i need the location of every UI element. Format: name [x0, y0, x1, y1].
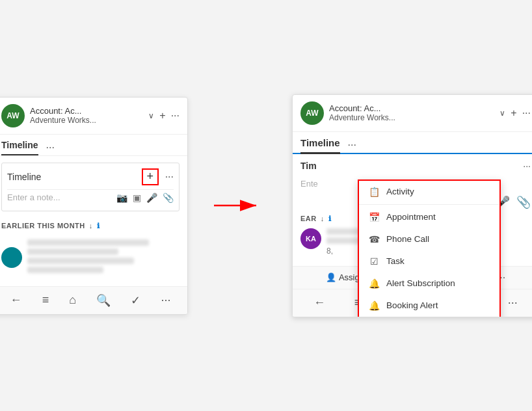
- timeline-box-title: Timeline: [7, 172, 41, 182]
- earlier-info-icon[interactable]: ℹ: [328, 215, 332, 223]
- left-bottom-nav: ← ≡ ⌂ 🔍 ✓ ···: [0, 286, 187, 314]
- ka-avatar: KA: [300, 228, 321, 249]
- tab-row: Timeline ···: [0, 135, 187, 156]
- blurred-avatar: [1, 247, 22, 268]
- right-account-subtitle: Adventure Works...: [329, 113, 494, 122]
- menu-item-activity[interactable]: 📋 Activity: [359, 181, 499, 203]
- right-nav-back-icon[interactable]: ←: [313, 296, 325, 310]
- right-more-dots[interactable]: ···: [523, 161, 531, 171]
- nav-tasks-icon[interactable]: ✓: [131, 293, 140, 308]
- arrow-container: [214, 196, 266, 215]
- booking-alert-icon: 🔔: [368, 300, 380, 312]
- nav-home-icon[interactable]: ⌂: [69, 293, 76, 307]
- right-panel: AW Account: Ac... Adventure Works... ∨ +…: [292, 94, 532, 317]
- blurred-text-2: [27, 248, 118, 255]
- timeline-tab[interactable]: Timeline: [1, 140, 38, 155]
- task-label: Task: [386, 256, 405, 266]
- blurred-content: [0, 234, 187, 286]
- blurred-text-1: [27, 239, 149, 246]
- left-header: AW Account: Ac... Adventure Works... ∨ +…: [0, 98, 187, 135]
- right-avatar: AW: [300, 101, 324, 125]
- phone-call-label: Phone Call: [386, 234, 429, 244]
- menu-item-appointment[interactable]: 📅 Appointment: [359, 206, 499, 228]
- section-label: EARLIER THIS MONTH ↓ ℹ: [0, 218, 187, 234]
- alert-subscription-icon: 🔔: [368, 278, 380, 289]
- appointment-label: Appointment: [386, 212, 436, 222]
- appointment-icon: 📅: [368, 211, 380, 223]
- nav-back-icon[interactable]: ←: [10, 293, 22, 307]
- right-header-actions: ∨ + ···: [499, 107, 531, 119]
- menu-item-booking-alert[interactable]: 🔔 Booking Alert: [359, 295, 499, 317]
- note-icons: 📷 ▣ 🎤 📎: [116, 192, 174, 203]
- account-title: Account: Ac...: [30, 106, 143, 116]
- info-icon[interactable]: ℹ: [97, 222, 100, 230]
- video-icon[interactable]: ▣: [133, 192, 141, 203]
- blurred-text-3: [27, 258, 134, 264]
- camera-icon[interactable]: 📷: [116, 192, 127, 203]
- add-timeline-button[interactable]: +: [142, 168, 159, 185]
- sort-icon[interactable]: ↓: [89, 222, 93, 230]
- account-info: Account: Ac... Adventure Works...: [30, 106, 143, 125]
- header-actions: ∨ + ···: [148, 110, 180, 122]
- blur-row-1: [1, 239, 180, 276]
- tim-row: Tim ···: [300, 161, 531, 171]
- right-add-icon[interactable]: +: [511, 107, 516, 119]
- activity-label: Activity: [386, 187, 414, 196]
- main-container: AW Account: Ac... Adventure Works... ∨ +…: [0, 81, 532, 330]
- booking-alert-label: Booking Alert: [386, 300, 438, 310]
- avatar: AW: [1, 104, 25, 127]
- red-arrow-icon: [214, 196, 266, 215]
- add-icon[interactable]: +: [159, 110, 165, 122]
- right-tab-ellipsis[interactable]: ···: [348, 139, 356, 151]
- menu-item-invite-redemption[interactable]: 🔔 Invite Redemption: [359, 317, 499, 317]
- right-timeline-tab[interactable]: Timeline: [300, 137, 340, 154]
- task-icon: ☑: [368, 256, 380, 267]
- left-panel: AW Account: Ac... Adventure Works... ∨ +…: [0, 97, 188, 315]
- nav-menu-icon[interactable]: ≡: [42, 293, 49, 307]
- phone-icon: ☎: [368, 233, 380, 245]
- note-input-row: Enter a note... 📷 ▣ 🎤 📎: [7, 189, 174, 206]
- activity-icon: 📋: [368, 186, 380, 198]
- right-nav-more-icon[interactable]: ···: [508, 296, 518, 310]
- account-subtitle: Adventure Works...: [30, 116, 143, 125]
- earlier-label: EAR: [300, 215, 317, 222]
- right-more-icon[interactable]: ···: [522, 107, 531, 119]
- timeline-box-header: Timeline + ···: [7, 168, 174, 185]
- tab-ellipsis[interactable]: ···: [46, 142, 55, 153]
- chevron-down-icon[interactable]: ∨: [148, 111, 154, 120]
- right-account-title: Account: Ac...: [329, 103, 494, 113]
- right-account-info: Account: Ac... Adventure Works...: [329, 103, 494, 122]
- nav-more-icon[interactable]: ···: [161, 293, 170, 307]
- timeline-more-icon[interactable]: ···: [165, 171, 174, 183]
- tim-label: Tim: [300, 161, 317, 171]
- right-chevron-icon[interactable]: ∨: [499, 109, 505, 118]
- attach-icon[interactable]: 📎: [163, 192, 174, 203]
- assign-icon: 👤: [326, 272, 336, 282]
- dropdown-menu: 📋 Activity 📅 Appointment ☎ Phone Call ☑ …: [358, 179, 501, 317]
- right-tab-row: Timeline ···: [293, 132, 532, 154]
- right-header: AW Account: Ac... Adventure Works... ∨ +…: [293, 95, 532, 132]
- blurred-text-4: [27, 267, 103, 273]
- nav-search-icon[interactable]: 🔍: [96, 293, 111, 308]
- note-placeholder: Enter a note...: [7, 192, 113, 202]
- menu-item-phone-call[interactable]: ☎ Phone Call: [359, 228, 499, 250]
- separator-1: [359, 204, 499, 205]
- more-icon[interactable]: ···: [171, 110, 180, 122]
- mic-icon[interactable]: 🎤: [146, 192, 157, 203]
- menu-item-task[interactable]: ☑ Task: [359, 250, 499, 272]
- right-attach-icon[interactable]: 📎: [516, 195, 531, 209]
- sort-down-icon[interactable]: ↓: [321, 215, 325, 222]
- timeline-box: Timeline + ··· Enter a note... 📷 ▣ 🎤 📎: [1, 163, 180, 211]
- alert-subscription-label: Alert Subscription: [386, 278, 455, 288]
- menu-item-alert-subscription[interactable]: 🔔 Alert Subscription: [359, 272, 499, 295]
